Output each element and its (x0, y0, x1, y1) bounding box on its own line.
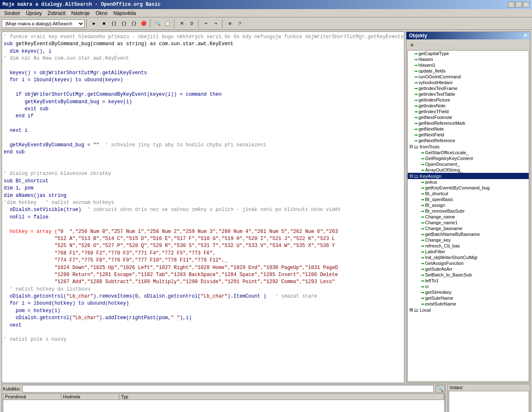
code-line: dim i, pom (4, 185, 402, 192)
macro-button[interactable]: M (177, 19, 186, 28)
list-item[interactable]: ➡getNextReferenceMark (408, 120, 529, 126)
close-button[interactable]: ✕ (523, 2, 530, 7)
watch-panel: Kukátko: 🔍 Proměnná Hodnota Typ (2, 384, 446, 412)
stop-button[interactable]: ■ (99, 19, 109, 28)
list-item[interactable]: ➡getKeyEventsByCommand_bug (408, 185, 529, 191)
code-line: next i (4, 127, 402, 134)
redo-button[interactable]: ↪ (211, 19, 220, 28)
list-item-fromtools[interactable]: ⊟🗂 fromTools (408, 143, 529, 150)
list-item[interactable]: ➡getIndexTextFrame (408, 85, 529, 91)
list-item[interactable]: ➡OpenDocument_ (408, 161, 529, 167)
list-item[interactable]: ➡update_fields (408, 68, 529, 74)
watch-input[interactable] (22, 385, 434, 393)
code-line: ' dialog prirazeni klavesove zkratky (4, 170, 402, 177)
list-item[interactable]: ➡getNextField (408, 132, 529, 138)
menu-upravy[interactable]: Úpravy (24, 10, 44, 17)
list-item-keyassign[interactable]: ⊟🗂 KeyAssign (408, 173, 529, 179)
code-line: noFil = false (4, 214, 402, 221)
maximize-button[interactable]: □ (515, 2, 522, 7)
list-item[interactable]: ➡getIndexNote (408, 103, 529, 109)
list-item[interactable]: ➡getSubrName (408, 295, 529, 301)
list-item[interactable]: ➡runOOoIntCommand (408, 74, 529, 80)
code-line: "525 N","526 O","527 P","528 Q","529 R",… (4, 242, 402, 250)
list-item[interactable]: ➡hlaseni1 (408, 62, 529, 68)
list-item[interactable]: ➡getCapitalType (408, 51, 529, 56)
code-content[interactable]: ' funkce vraci key event hledaneho příka… (2, 32, 404, 383)
code-line (4, 63, 402, 70)
list-item[interactable]: ➡SetBatch_to_BasicSub (408, 272, 529, 278)
minimize-button[interactable]: ─ (508, 2, 515, 7)
step-out-button[interactable]: {} (129, 19, 138, 28)
list-item[interactable]: ➡getIndexTField (408, 109, 529, 114)
list-item[interactable]: ➡getNextNote (408, 126, 529, 132)
list-item[interactable]: ➡GetStarOfficeLocale_ (408, 150, 529, 155)
list-item[interactable]: ➡getNextReference (408, 138, 529, 143)
list-item[interactable]: ➡existSubrName (408, 301, 529, 307)
list-item[interactable]: ➡getBatchNameByBasname (408, 231, 529, 237)
list-item[interactable]: ➡Change_name (408, 214, 529, 220)
list-item[interactable]: ➡getStrHotkey (408, 289, 529, 295)
list-item[interactable]: ➡Init_objWriterShortCutMgr (408, 254, 529, 260)
objects-button[interactable]: 📋 (163, 19, 172, 28)
list-item[interactable]: ➡getSubrAsArr (408, 266, 529, 272)
code-line (4, 120, 402, 127)
objects-list[interactable]: ➡getCapitalType ➡hlaseni ➡hlaseni1 ➡upda… (407, 50, 529, 382)
watch-col-value: Hodnota (61, 394, 119, 400)
list-item[interactable]: ➡Change_key (408, 237, 529, 243)
list-item[interactable]: ➡getIndexPicture (408, 97, 529, 103)
undo-button[interactable]: ↩ (201, 19, 210, 28)
step-over-button[interactable]: {} (119, 19, 128, 28)
code-line (4, 84, 402, 91)
list-item[interactable]: ➡GetRegistryKeyContent (408, 155, 529, 161)
list-item[interactable]: ➡LatinFilter (408, 249, 529, 254)
list-item-local[interactable]: ⊞🗂 Local (408, 307, 529, 313)
list-item[interactable]: ➡GetAssignFunction (408, 260, 529, 266)
list-item[interactable]: ➡ArrayOutOfString_ (408, 167, 529, 173)
dialog-button[interactable]: D (187, 19, 196, 28)
list-item[interactable]: ➡Change_name1 (408, 220, 529, 225)
list-item[interactable]: ➡refresch_Cb_bas (408, 243, 529, 249)
list-item[interactable]: ➡Bt_removeBasSubr (408, 208, 529, 214)
code-line: "1024 Down","1025 Up","1026 Left","1027 … (4, 264, 402, 271)
step-into-button[interactable]: {} (109, 19, 118, 28)
module-dropdown[interactable]: [Moje makra a dialogy].AltSearch (2, 19, 85, 28)
separator-4 (198, 19, 200, 28)
list-item[interactable]: ➡hlaseni (408, 56, 529, 62)
list-item[interactable]: ➡Change_basname (408, 225, 529, 231)
watch-search-button[interactable]: 🔍 (435, 385, 445, 393)
help-button[interactable]: ? (235, 19, 244, 28)
main-area: ' funkce vraci key event hledaneho příka… (0, 30, 532, 383)
code-editor[interactable]: ' funkce vraci key event hledaneho příka… (2, 32, 404, 383)
code-line: next (4, 322, 402, 329)
list-item[interactable]: ➡leftTo1 (408, 278, 529, 284)
list-item[interactable]: ➡getNextFootnote (408, 114, 529, 120)
list-item[interactable]: ➡Bt_assign (408, 202, 529, 208)
window-title: Moje makra a dialogy.AltSearch - OpenOff… (2, 2, 161, 7)
code-line: "768 F1","769 F2","770 F3","771 F4","772… (4, 250, 402, 257)
menu-napoveda[interactable]: Nápověda (111, 10, 138, 17)
list-item[interactable]: ➡pokus (408, 179, 529, 185)
list-item[interactable]: ➡getIndexTextTable (408, 91, 529, 97)
list-item[interactable]: ➡cr (408, 284, 529, 289)
code-line: ' dim nic As New com.sun.star.awt.KeyEve… (4, 55, 402, 62)
code-line: ' načíst hotkey do listboxu (4, 286, 402, 293)
find-button[interactable]: 🔍 (153, 19, 162, 28)
settings-button[interactable]: ⚙ (225, 19, 235, 28)
code-line: if objWriterShortCutMgr.getCommandByKeyE… (4, 91, 402, 98)
objects-settings-icon[interactable]: ⚙ (407, 40, 416, 49)
breakpoint-button[interactable]: 🔴 (139, 19, 148, 28)
menu-soubor[interactable]: Soubor (2, 10, 23, 17)
call-panel: Volání: (447, 384, 530, 412)
menu-nastroje[interactable]: Nástroje (69, 10, 92, 17)
code-line: exit sub (4, 106, 402, 113)
code-line: for i = lbound(hotkey) to ubound(hotkey) (4, 300, 402, 307)
code-line: getKeyEventsByCommand_bug = "" ' schvaln… (4, 142, 402, 149)
menu-okno[interactable]: Okno (93, 10, 110, 17)
list-item[interactable]: ➡vyhodnotHledani (408, 80, 529, 85)
code-line: oDialsh.getcontrol("Lb_char").addItem(ri… (4, 315, 402, 322)
list-item[interactable]: ➡Bt_shortcut (408, 191, 529, 196)
menu-zobrazit[interactable]: Zobrazit (45, 10, 68, 17)
list-item[interactable]: ➡Bt_openBasic (408, 196, 529, 202)
run-button[interactable]: ▶ (89, 19, 99, 28)
objects-close-button[interactable]: ✕ (523, 33, 527, 39)
